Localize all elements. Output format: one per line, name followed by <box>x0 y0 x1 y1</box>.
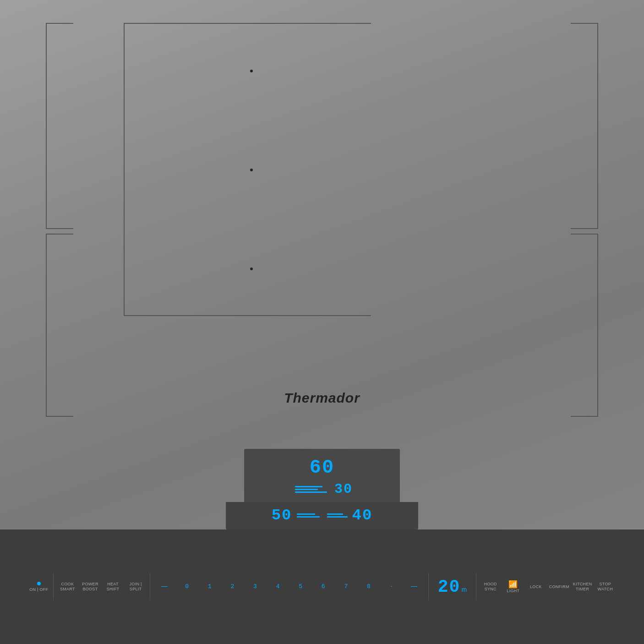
hood-sync-button[interactable]: HOOD SYNC <box>479 582 502 592</box>
display-suffix: m <box>461 586 467 593</box>
left-bottom-bracket <box>46 234 73 417</box>
num-7[interactable]: 7 <box>335 583 358 591</box>
kitchen-timer-button[interactable]: KITCHEN TIMER <box>571 582 594 592</box>
left-top-bracket <box>46 23 73 229</box>
hood-sync-label: HOOD SYNC <box>481 582 500 592</box>
cook-smart-label: COOK SMART <box>58 582 77 592</box>
brand-name: Thermador <box>284 390 360 406</box>
burner-dot-1 <box>250 70 253 72</box>
digit-1: 1 <box>208 583 212 590</box>
display-panel: 60 30 50 40 <box>226 449 418 529</box>
num-8[interactable]: 8 <box>357 583 380 591</box>
join-split-label: JOIN | SPLIT <box>126 582 145 592</box>
minus-icon: — <box>161 583 168 589</box>
bar-1 <box>295 486 322 487</box>
digit-8: 8 <box>367 583 371 590</box>
control-bar: ON | OFF COOK SMART POWER BOOST HEAT SHI… <box>0 529 644 644</box>
display-bars-group-2 <box>297 513 320 518</box>
display-bars-group-3 <box>327 513 348 518</box>
heat-shift-button[interactable]: HEAT SHIFT <box>102 582 125 592</box>
digit-6: 6 <box>322 583 325 590</box>
cook-smart-button[interactable]: COOK SMART <box>56 582 79 592</box>
power-indicator <box>37 582 41 585</box>
bar-3 <box>295 491 327 493</box>
num-1[interactable]: 1 <box>198 583 221 591</box>
num-3[interactable]: 3 <box>244 583 267 591</box>
divider-4 <box>476 573 476 600</box>
plus-button[interactable]: — <box>403 583 426 591</box>
num-4[interactable]: 4 <box>267 583 289 591</box>
right-display-group: 20 m <box>431 577 473 597</box>
burner-dot-2 <box>250 169 253 171</box>
confirm-button[interactable]: CONFIRM <box>547 584 571 589</box>
display-number-50: 50 <box>272 507 292 524</box>
digit-9: · <box>390 583 393 590</box>
bar-7 <box>327 516 348 518</box>
on-off-label: ON | OFF <box>29 587 48 592</box>
upper-display-box: 60 30 <box>244 449 400 502</box>
right-top-bracket <box>571 23 598 229</box>
lock-button[interactable]: LOCK <box>524 584 547 589</box>
bar-2 <box>295 489 318 490</box>
display-row-2: 30 <box>253 481 391 497</box>
display-row-1: 60 <box>253 457 391 479</box>
divider-2 <box>150 573 150 600</box>
num-5[interactable]: 5 <box>289 583 312 591</box>
display-number-60: 60 <box>310 457 334 479</box>
lock-label: LOCK <box>530 584 542 589</box>
digit-3: 3 <box>253 583 257 590</box>
num-0[interactable]: 0 <box>175 583 198 591</box>
bar-6 <box>327 513 343 515</box>
stop-watch-button[interactable]: STOP WATCH <box>594 582 617 592</box>
center-bracket <box>124 23 371 316</box>
stop-watch-label: STOP WATCH <box>595 582 615 592</box>
wifi-icon: 📶 <box>508 580 518 589</box>
power-boost-button[interactable]: POWER BOOST <box>79 582 102 592</box>
display-bars-group <box>295 486 327 493</box>
digit-7: 7 <box>344 583 348 590</box>
light-button[interactable]: 📶 LighT <box>502 580 525 594</box>
confirm-label: CONFIRM <box>549 584 569 589</box>
kitchen-timer-label: KITCHEN TIMER <box>573 582 592 592</box>
display-20: 20 <box>438 577 461 597</box>
power-boost-label: POWER BOOST <box>81 582 100 592</box>
num-9[interactable]: · <box>380 583 403 591</box>
cooktop-surface: Thermador 60 30 50 <box>0 0 644 644</box>
join-split-button[interactable]: JOIN | SPLIT <box>124 582 147 592</box>
minus-button[interactable]: — <box>153 583 176 591</box>
on-off-button[interactable]: ON | OFF <box>27 582 50 592</box>
light-label: LighT <box>507 589 519 594</box>
digit-0: 0 <box>185 583 189 590</box>
divider-3 <box>428 573 429 600</box>
digit-2: 2 <box>231 583 235 590</box>
plus-icon: — <box>411 583 417 589</box>
right-number-display: 20 m <box>438 577 467 597</box>
divider-1 <box>53 573 54 600</box>
bar-5 <box>297 516 320 518</box>
burner-dot-3 <box>250 267 253 270</box>
num-6[interactable]: 6 <box>312 583 335 591</box>
num-2[interactable]: 2 <box>221 583 244 591</box>
digit-4: 4 <box>276 583 280 590</box>
lower-display-box: 50 40 <box>226 502 418 529</box>
right-bottom-bracket <box>571 234 598 417</box>
bar-4 <box>297 513 315 515</box>
digit-5: 5 <box>299 583 302 590</box>
display-number-40: 40 <box>352 507 373 524</box>
heat-shift-label: HEAT SHIFT <box>104 582 123 592</box>
display-number-30: 30 <box>334 481 353 497</box>
